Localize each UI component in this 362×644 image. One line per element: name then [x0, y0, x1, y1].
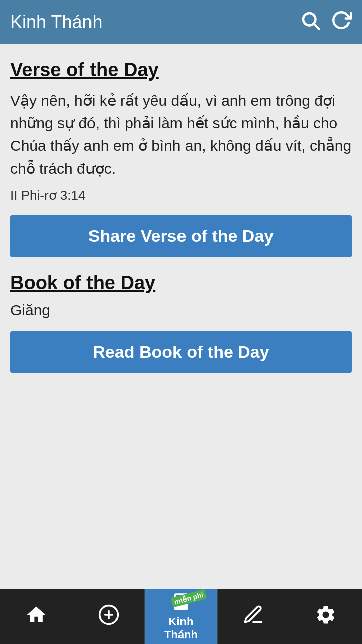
book-name: Giăng	[10, 302, 352, 319]
verse-section: Verse of the Day Vậy nên, hỡi kẻ rất yêu…	[10, 59, 352, 257]
nav-item-bible[interactable]: miễn phí KinhThánh	[145, 589, 217, 644]
add-icon	[98, 604, 120, 629]
search-icon[interactable]	[300, 10, 321, 35]
verse-text: Vậy nên, hỡi kẻ rất yêu dấu, vì anh em t…	[10, 89, 352, 180]
refresh-icon[interactable]	[331, 10, 352, 35]
nav-item-home[interactable]	[0, 589, 72, 644]
nav-item-settings[interactable]	[290, 589, 362, 644]
bottom-nav: miễn phí KinhThánh	[0, 589, 362, 644]
nav-item-add[interactable]	[72, 589, 145, 644]
bible-nav-label: KinhThánh	[164, 615, 198, 642]
highlight-icon	[242, 604, 264, 629]
svg-line-1	[314, 24, 319, 29]
home-icon	[25, 604, 47, 629]
settings-icon	[315, 604, 337, 629]
main-content: Verse of the Day Vậy nên, hỡi kẻ rất yêu…	[0, 44, 362, 589]
book-section: Book of the Day Giăng Read Book of the D…	[10, 272, 352, 373]
header-actions	[300, 10, 352, 35]
app-header: Kinh Thánh	[0, 0, 362, 44]
book-section-title: Book of the Day	[10, 272, 352, 294]
share-verse-button[interactable]: Share Verse of the Day	[10, 215, 352, 257]
nav-item-highlight[interactable]	[218, 589, 290, 644]
app-title: Kinh Thánh	[10, 12, 102, 33]
verse-reference: II Phi-rơ 3:14	[10, 188, 352, 203]
read-book-button[interactable]: Read Book of the Day	[10, 331, 352, 373]
verse-section-title: Verse of the Day	[10, 59, 352, 81]
